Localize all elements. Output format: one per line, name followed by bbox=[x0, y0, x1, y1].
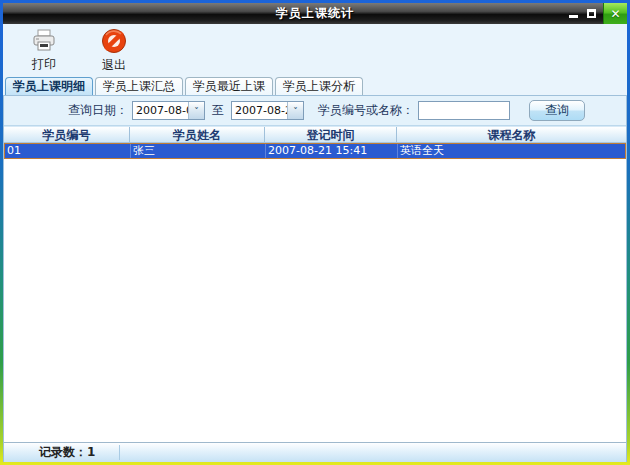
tab-bar: 学员上课明细 学员上课汇总 学员最近上课 学员上课分析 bbox=[3, 77, 627, 95]
table-row[interactable]: 01 张三 2007-08-21 15:41 英语全天 bbox=[4, 143, 626, 159]
window-content: 打印 退出 学员上课明细 学员上课汇总 学员最近上课 学员上课分析 bbox=[3, 24, 627, 462]
maximize-button[interactable] bbox=[582, 3, 600, 24]
column-header-register-time[interactable]: 登记时间 bbox=[265, 127, 397, 142]
printer-icon bbox=[31, 29, 57, 53]
record-count-text: 记录数：1 bbox=[4, 444, 95, 461]
date-to-label: 至 bbox=[212, 102, 224, 119]
column-header-student-name[interactable]: 学员姓名 bbox=[130, 127, 265, 142]
tab-panel: 查询日期： 2007-08-01 ˅ 至 2007-08-21 ˅ 学员编号或名… bbox=[3, 95, 627, 462]
cell-student-name: 张三 bbox=[131, 144, 266, 158]
close-icon: ✕ bbox=[610, 7, 620, 21]
minimize-icon bbox=[569, 15, 578, 18]
status-bar-divider bbox=[119, 445, 120, 460]
date-from-value: 2007-08-01 bbox=[133, 102, 188, 119]
maximize-icon bbox=[587, 9, 596, 18]
print-button[interactable]: 打印 bbox=[16, 27, 72, 75]
student-id-name-label: 学员编号或名称： bbox=[318, 102, 414, 119]
app-window: 学员上课统计 ✕ bbox=[0, 0, 630, 465]
panel-filler bbox=[4, 159, 626, 442]
chevron-down-icon[interactable]: ˅ bbox=[188, 102, 204, 119]
exit-button-label: 退出 bbox=[102, 57, 126, 74]
toolbar: 打印 退出 bbox=[3, 24, 627, 77]
column-header-course-name[interactable]: 课程名称 bbox=[397, 127, 626, 142]
tab-class-summary[interactable]: 学员上课汇总 bbox=[95, 77, 183, 95]
query-date-label: 查询日期： bbox=[68, 102, 128, 119]
close-button[interactable]: ✕ bbox=[603, 3, 627, 24]
tab-class-analysis[interactable]: 学员上课分析 bbox=[275, 77, 363, 95]
cell-course-name: 英语全天 bbox=[398, 144, 625, 158]
status-bar: 记录数：1 bbox=[4, 442, 626, 462]
exit-prohibition-icon bbox=[101, 28, 127, 54]
chevron-down-icon[interactable]: ˅ bbox=[287, 102, 303, 119]
window-title: 学员上课统计 bbox=[3, 5, 627, 22]
minimize-button[interactable] bbox=[564, 3, 582, 24]
date-to-dropdown[interactable]: 2007-08-21 ˅ bbox=[231, 101, 304, 120]
search-button[interactable]: 查询 bbox=[529, 100, 585, 121]
query-bar: 查询日期： 2007-08-01 ˅ 至 2007-08-21 ˅ 学员编号或名… bbox=[4, 96, 626, 126]
date-to-value: 2007-08-21 bbox=[232, 102, 287, 119]
exit-button[interactable]: 退出 bbox=[86, 27, 142, 75]
date-from-dropdown[interactable]: 2007-08-01 ˅ bbox=[132, 101, 205, 120]
grid-header-row: 学员编号 学员姓名 登记时间 课程名称 bbox=[4, 126, 626, 143]
window-controls: ✕ bbox=[564, 3, 627, 24]
column-header-student-id[interactable]: 学员编号 bbox=[4, 127, 130, 142]
tab-recent-class[interactable]: 学员最近上课 bbox=[185, 77, 273, 95]
student-id-name-input[interactable] bbox=[418, 101, 510, 120]
print-button-label: 打印 bbox=[32, 56, 56, 73]
tab-class-detail[interactable]: 学员上课明细 bbox=[5, 77, 93, 95]
title-bar: 学员上课统计 ✕ bbox=[3, 3, 627, 24]
data-grid: 学员编号 学员姓名 登记时间 课程名称 01 张三 2007-08-21 15:… bbox=[4, 126, 626, 159]
cell-register-time: 2007-08-21 15:41 bbox=[266, 144, 398, 158]
cell-student-id: 01 bbox=[5, 144, 131, 158]
